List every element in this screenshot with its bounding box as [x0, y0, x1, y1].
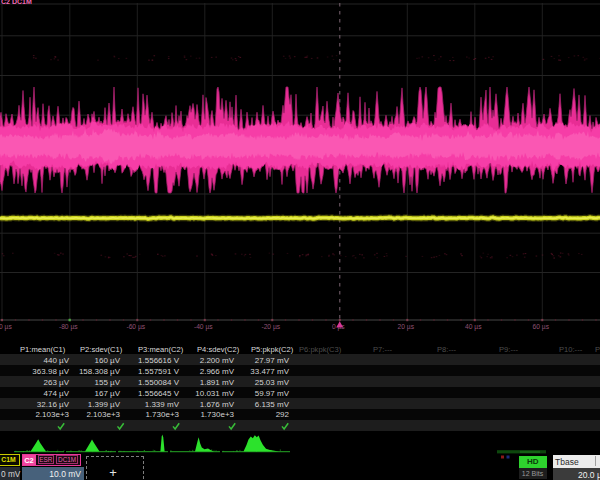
svg-text:-40 µs: -40 µs — [194, 323, 213, 331]
svg-text:-80 µs: -80 µs — [59, 323, 78, 331]
svg-text:-100 µs: -100 µs — [0, 323, 12, 331]
svg-text:-60 µs: -60 µs — [126, 323, 145, 331]
svg-text:60 µs: 60 µs — [533, 323, 550, 331]
svg-text:20 µs: 20 µs — [398, 323, 415, 331]
svg-text:40 µs: 40 µs — [465, 323, 482, 331]
svg-text:-20 µs: -20 µs — [261, 323, 280, 331]
